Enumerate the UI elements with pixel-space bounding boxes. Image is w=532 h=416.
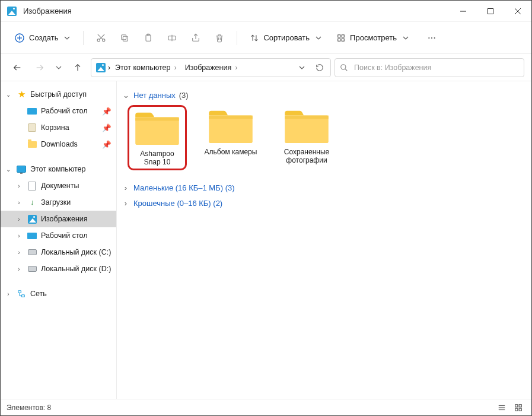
sidebar-label: Рабочий стол [41,231,87,240]
sidebar-label: Локальный диск (D:) [41,265,111,273]
folder-grid: Ashampoo Snap 10 Альбом камеры [119,103,529,180]
cut-button[interactable] [91,28,111,48]
search-box[interactable] [335,58,524,77]
view-button[interactable]: Просмотреть [331,28,415,48]
details-view-toggle[interactable] [495,402,509,414]
copy-button[interactable] [114,28,135,48]
up-button[interactable] [68,58,87,77]
recycle-bin-icon [27,123,37,132]
folder-label: Ashampoo Snap 10 [132,150,183,166]
paste-button[interactable] [138,28,158,48]
toolbar-separator [83,31,84,45]
forward-button[interactable] [30,58,49,77]
folder-ashampoo-snap-10[interactable]: Ashampoo Snap 10 [128,105,187,170]
folder-camera-album[interactable]: Альбом камеры [201,109,260,168]
folder-icon [208,109,254,144]
svg-rect-21 [342,34,344,37]
close-button[interactable] [504,1,531,22]
sidebar-desktop[interactable]: Рабочий стол 📌 [1,103,116,119]
svg-rect-36 [135,118,179,145]
disk-icon [27,249,37,255]
folder-label: Альбом камеры [205,148,257,156]
expand-icon[interactable]: › [15,266,23,272]
content-pane: ⌄ Нет данных (3) Ashampoo Snap 10 [117,81,531,399]
titlebar: Изображения [1,1,531,22]
sidebar-quick-access[interactable]: ⌄ ★ Быстрый доступ [1,86,116,103]
expand-icon[interactable]: › [15,183,23,189]
sort-button-label: Сортировать [263,33,310,42]
search-icon [340,63,348,72]
navigation-pane: ⌄ ★ Быстрый доступ Рабочий стол 📌 Корзин… [1,81,117,399]
chevron-down-icon [56,65,62,71]
svg-point-26 [434,37,435,38]
sidebar-recycle-bin[interactable]: Корзина 📌 [1,119,116,136]
network-icon [16,290,27,298]
pin-icon: 📌 [102,123,112,132]
desktop-icon [27,108,37,115]
sidebar-desktop-pc[interactable]: › Рабочий стол [1,227,116,244]
group-label: Крошечные (0–16 КБ) (2) [133,199,222,208]
collapse-icon[interactable]: ⌄ [4,91,12,98]
new-button[interactable]: Создать [9,28,76,48]
search-input[interactable] [353,63,519,72]
sidebar-downloads[interactable]: › ↓ Загрузки [1,194,116,211]
folder-icon [27,141,37,148]
breadcrumb-this-pc[interactable]: Этот компьютер› [113,59,180,77]
svg-rect-22 [338,39,340,41]
minimize-button[interactable] [450,1,477,22]
group-count: (3) [179,91,189,100]
recent-locations-button[interactable] [53,58,65,77]
address-bar[interactable]: › Этот компьютер› Изображения› [91,58,331,77]
maximize-button[interactable] [477,1,504,22]
group-label: Нет данных [133,91,176,100]
pin-icon: 📌 [102,107,112,116]
group-header-no-data[interactable]: ⌄ Нет данных (3) [119,87,529,103]
svg-point-30 [341,64,346,69]
sidebar-disk-c[interactable]: › Локальный диск (C:) [1,244,116,261]
sidebar-this-pc[interactable]: ⌄ Этот компьютер [1,161,116,177]
sidebar-label: Сеть [30,290,47,298]
svg-rect-46 [519,404,521,407]
breadcrumb-label: Этот компьютер [115,63,170,72]
sidebar-label: Локальный диск (C:) [41,248,111,256]
share-button[interactable] [186,28,206,48]
sidebar-network[interactable]: › Сеть [1,285,116,302]
chevron-down-icon [403,35,409,41]
sidebar-downloads-quick[interactable]: Downloads 📌 [1,136,116,153]
svg-rect-39 [209,116,253,119]
group-header-tiny[interactable]: › Крошечные (0–16 КБ) (2) [119,195,529,211]
refresh-button[interactable] [311,59,328,76]
expand-icon[interactable]: › [15,233,23,239]
expand-icon[interactable]: › [15,216,23,223]
expand-icon[interactable]: › [4,291,12,297]
new-button-label: Создать [29,33,58,42]
explorer-window: Изображения Создать [0,0,532,416]
thumbnails-view-toggle[interactable] [511,402,525,414]
expand-icon[interactable]: › [15,199,23,206]
svg-rect-33 [22,295,25,297]
sidebar-disk-d[interactable]: › Локальный диск (D:) [1,261,116,277]
pictures-icon [96,63,106,72]
status-item-count: Элементов: 8 [7,404,51,412]
expand-icon[interactable]: › [15,249,23,256]
group-header-small[interactable]: › Маленькие (16 КБ–1 МБ) (3) [119,180,529,195]
svg-rect-40 [285,116,329,143]
folder-saved-photos[interactable]: Сохраненные фотографии [277,109,336,168]
sidebar-documents[interactable]: › Документы [1,177,116,194]
rename-button[interactable] [162,28,182,48]
sort-button[interactable]: Сортировать [244,28,327,48]
sidebar-label: Быстрый доступ [30,90,87,99]
svg-rect-37 [135,118,179,121]
desktop-icon [27,233,37,239]
sidebar-label: Корзина [41,123,69,132]
sidebar-label: Загрузки [41,198,71,207]
svg-rect-41 [285,116,329,119]
collapse-icon[interactable]: ⌄ [4,166,12,173]
view-button-label: Просмотреть [350,33,397,42]
breadcrumb-pictures[interactable]: Изображения› [183,59,241,77]
address-dropdown-button[interactable] [294,59,310,76]
back-button[interactable] [8,58,27,77]
more-button[interactable] [422,28,442,48]
sidebar-pictures[interactable]: › Изображения [1,211,116,227]
delete-button[interactable] [209,28,230,48]
